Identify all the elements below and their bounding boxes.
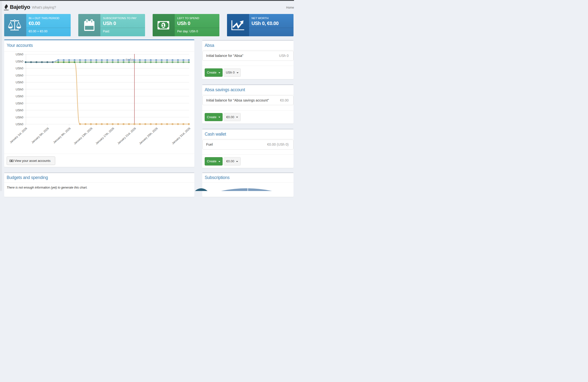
svg-text:USh0: USh0 [16,95,23,98]
svg-text:January 17th, 2026: January 17th, 2026 [95,127,115,145]
svg-text:USh0: USh0 [16,53,23,56]
svg-text:USh0: USh0 [16,123,23,126]
svg-text:USh0: USh0 [16,116,23,119]
svg-text:January 21st, 2026: January 21st, 2026 [117,127,136,145]
svg-text:USh0: USh0 [16,81,23,84]
svg-text:January 25th, 2026: January 25th, 2026 [138,127,158,145]
svg-text:today: today [126,57,135,61]
svg-text:January 9th, 2026: January 9th, 2026 [53,127,71,144]
svg-text:USh0: USh0 [16,60,23,63]
svg-text:USh0: USh0 [16,74,23,77]
svg-text:January 5th, 2026: January 5th, 2026 [31,127,49,144]
svg-text:USh0: USh0 [16,102,23,105]
svg-text:USh0: USh0 [16,67,23,70]
svg-text:USh0: USh0 [16,109,23,112]
svg-text:USh0: USh0 [16,88,23,91]
svg-text:January 31st, 2026: January 31st, 2026 [171,127,191,145]
svg-text:January 1st, 2026: January 1st, 2026 [9,127,27,144]
svg-text:January 13th, 2026: January 13th, 2026 [73,127,93,145]
